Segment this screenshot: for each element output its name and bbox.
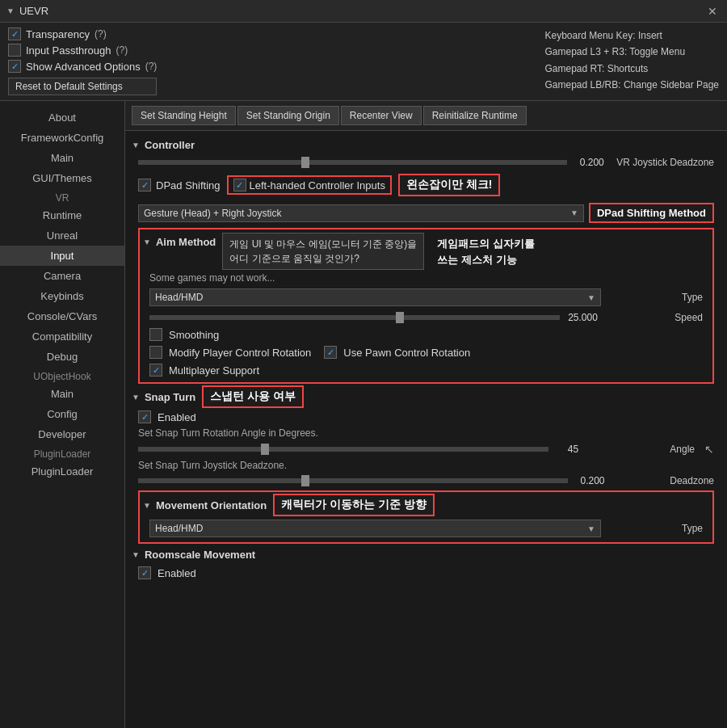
sidebar-item-pluginloader[interactable]: PluginLoader — [0, 461, 124, 482]
snap-turn-header[interactable]: ▼ Snap Turn — [132, 388, 195, 406]
dpad-row: ✓ DPad Shifting ✓ Left-handed Controller… — [132, 170, 721, 200]
sidebar-item-runtime[interactable]: Runtime — [0, 205, 124, 225]
titlebar: ▼ UEVR ✕ — [0, 0, 727, 23]
aim-speed-slider[interactable] — [149, 315, 560, 320]
sidebar-item-about[interactable]: About — [0, 107, 124, 128]
joystick-deadzone-thumb[interactable] — [301, 157, 309, 168]
titlebar-title: UEVR — [19, 5, 48, 17]
snap-turn-arrow-icon: ▼ — [132, 393, 140, 402]
dpad-shifting-checkbox[interactable]: ✓ — [138, 179, 151, 191]
sidebar-item-keybinds[interactable]: Keybinds — [0, 286, 124, 306]
roomscale-section: ▼ Roomscale Movement ✓ Enabled — [132, 545, 721, 582]
sidebar-item-unreal[interactable]: Unreal — [0, 225, 124, 246]
snap-turn-angle-note: Set Snap Turn Rotation Angle in Degrees. — [132, 426, 721, 440]
dpad-shifting-label: DPad Shifting — [156, 179, 221, 191]
smoothing-checkbox[interactable]: ✓ — [149, 328, 162, 341]
roomscale-enabled-row: ✓ Enabled — [132, 564, 721, 582]
joystick-deadzone-value: 0.200 — [574, 157, 610, 168]
snap-turn-label: Snap Turn — [145, 391, 195, 403]
snap-turn-enabled-checkbox[interactable]: ✓ — [138, 410, 151, 423]
aim-note-line2: 어디 기준으로 움직일 것인가? — [229, 251, 417, 266]
snap-turn-deadzone-thumb[interactable] — [301, 475, 309, 486]
input-passthrough-row[interactable]: ✓ Input Passthrough (?) — [8, 44, 157, 57]
movement-type-value: Head/HMD — [155, 523, 203, 534]
roomscale-enabled-label: Enabled — [158, 567, 196, 579]
sidebar-item-input[interactable]: Input — [0, 246, 124, 266]
show-advanced-checkbox[interactable]: ✓ — [8, 60, 21, 73]
gesture-row: Gesture (Head) + Right Joystick ▼ DPad S… — [132, 200, 721, 226]
snap-turn-angle-label: Angle — [598, 444, 695, 455]
aim-speed-track[interactable] — [149, 315, 560, 320]
transparency-row[interactable]: ✓ Transparency (?) — [8, 27, 157, 40]
left-handed-highlight[interactable]: ✓ Left-handed Controller Inputs — [227, 175, 392, 195]
snap-turn-angle-slider[interactable] — [138, 447, 548, 452]
movement-type-row: Head/HMD ▼ Type — [143, 516, 709, 541]
aim-type-row: Head/HMD ▼ Type — [143, 285, 709, 309]
roomscale-enabled-checkbox[interactable]: ✓ — [138, 566, 151, 579]
gesture-dropdown-value: Gesture (Head) + Right Joystick — [144, 208, 281, 219]
set-standing-origin-button[interactable]: Set Standing Origin — [237, 106, 339, 125]
aim-dpad-line1: 게임패드의 십자키를 — [437, 236, 535, 252]
dpad-shifting-setting[interactable]: ✓ DPad Shifting — [138, 179, 221, 191]
input-passthrough-checkbox[interactable]: ✓ — [8, 44, 21, 57]
snap-turn-angle-track[interactable] — [138, 447, 548, 452]
smoothing-row: ✓ Smoothing — [143, 326, 709, 343]
controller-section-label: Controller — [145, 139, 195, 151]
sidebar-item-frameworkconfig[interactable]: FrameworkConfig — [0, 128, 124, 148]
roomscale-arrow-icon: ▼ — [132, 550, 140, 559]
gp-lb-text: Gamepad LB/RB: Change Sidebar Page — [545, 77, 719, 93]
gesture-dropdown[interactable]: Gesture (Head) + Right Joystick ▼ — [138, 204, 584, 222]
sidebar-item-main[interactable]: Main — [0, 148, 124, 168]
snap-turn-deadzone-label: Deadzone — [617, 475, 714, 486]
sidebar-item-config[interactable]: Config — [0, 404, 124, 424]
movement-orientation-label: Movement Orientation — [156, 499, 267, 511]
sidebar-item-compatibility[interactable]: Compatibility — [0, 326, 124, 347]
modify-rotation-label: Modify Player Control Rotation — [169, 347, 311, 359]
input-passthrough-label: Input Passthrough — [26, 44, 111, 57]
snap-turn-korean: 스냅턴 사용 여부 — [202, 385, 304, 408]
multiplayer-checkbox[interactable]: ✓ — [149, 364, 162, 377]
joystick-deadzone-track[interactable] — [138, 160, 567, 165]
controller-section: ▼ Controller 0.200 VR Joystick Deadzone — [132, 136, 721, 582]
transparency-checkbox[interactable]: ✓ — [8, 27, 21, 40]
sidebar-item-developer[interactable]: Developer — [0, 424, 124, 444]
left-handed-checkbox[interactable]: ✓ — [233, 179, 246, 191]
gp-l3r3-text: Gamepad L3 + R3: Toggle Menu — [545, 44, 719, 60]
movement-orientation-header[interactable]: ▼ Movement Orientation — [143, 496, 267, 515]
movement-orientation-korean: 캐릭터가 이동하는 기준 방향 — [273, 494, 435, 516]
roomscale-header[interactable]: ▼ Roomscale Movement — [132, 545, 721, 564]
snap-turn-angle-row: 45 Angle ↖ — [132, 440, 721, 458]
movement-orientation-arrow-icon: ▼ — [143, 501, 151, 510]
close-button[interactable]: ✕ — [704, 3, 721, 19]
show-advanced-row[interactable]: ✓ Show Advanced Options (?) — [8, 60, 157, 73]
content-area: Set Standing Height Set Standing Origin … — [125, 101, 727, 728]
joystick-deadzone-slider[interactable] — [138, 160, 567, 165]
movement-type-dropdown[interactable]: Head/HMD ▼ — [149, 520, 601, 537]
recenter-view-button[interactable]: Recenter View — [341, 106, 422, 125]
aim-dpad-line2: 쓰는 제스처 기능 — [437, 252, 535, 268]
sidebar-item-consolecvars[interactable]: Console/CVars — [0, 306, 124, 326]
modify-rotation-checkbox[interactable]: ✓ — [149, 346, 162, 359]
aim-method-header[interactable]: ▼ Aim Method — [143, 233, 216, 251]
controller-header[interactable]: ▼ Controller — [132, 136, 721, 154]
use-pawn-checkbox[interactable]: ✓ — [324, 346, 337, 359]
show-advanced-help: (?) — [145, 61, 158, 72]
aim-speed-thumb[interactable] — [396, 312, 404, 323]
set-standing-height-button[interactable]: Set Standing Height — [132, 106, 236, 125]
snap-turn-deadzone-track[interactable] — [138, 478, 568, 483]
roomscale-label: Roomscale Movement — [145, 549, 255, 561]
sidebar-item-camera[interactable]: Camera — [0, 266, 124, 286]
sidebar-item-debug[interactable]: Debug — [0, 347, 124, 367]
snap-turn-angle-value: 45 — [555, 444, 591, 455]
snap-turn-angle-thumb[interactable] — [261, 444, 269, 455]
aim-method-label: Aim Method — [156, 236, 216, 248]
sidebar-item-guithemes[interactable]: GUI/Themes — [0, 168, 124, 188]
aim-type-dropdown[interactable]: Head/HMD ▼ — [149, 288, 601, 306]
aim-note-line1: 게임 UI 및 마우스 에임(모니터 기준 중앙)을 — [229, 237, 417, 251]
titlebar-arrow: ▼ — [6, 6, 15, 15]
sidebar-item-uobjecthook-main[interactable]: Main — [0, 384, 124, 404]
toolbar-left: ✓ Transparency (?) ✓ Input Passthrough (… — [8, 27, 157, 95]
reset-button[interactable]: Reset to Default Settings — [8, 78, 157, 95]
snap-turn-deadzone-slider[interactable] — [138, 478, 568, 483]
reinitialize-runtime-button[interactable]: Reinitialize Runtime — [423, 106, 527, 125]
